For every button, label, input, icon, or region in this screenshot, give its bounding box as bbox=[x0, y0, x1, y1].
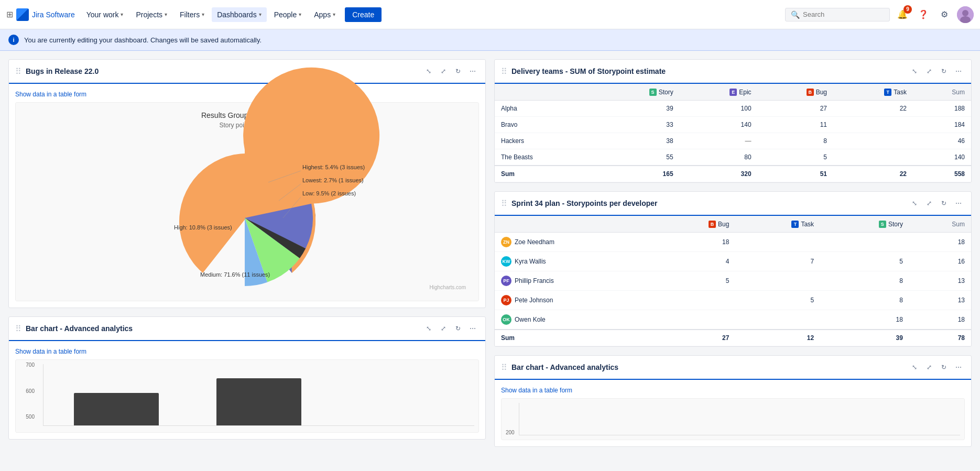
task-sum: 22 bbox=[833, 166, 913, 182]
refresh-button[interactable]: ↻ bbox=[938, 65, 950, 78]
show-table-link[interactable]: Show data in a table form bbox=[15, 91, 86, 98]
expand-button[interactable]: ⤢ bbox=[923, 361, 935, 374]
sum-row: Sum 165 320 51 22 558 bbox=[495, 166, 971, 182]
y-label-600: 600 bbox=[16, 388, 37, 394]
search-input[interactable] bbox=[803, 10, 884, 18]
show-table-link[interactable]: Show data in a table form bbox=[501, 387, 572, 394]
story-val: 39 bbox=[596, 101, 680, 117]
refresh-button[interactable]: ↻ bbox=[938, 197, 950, 210]
sum-val: 188 bbox=[913, 101, 971, 117]
shrink-button[interactable]: ⤡ bbox=[422, 322, 435, 335]
expand-button[interactable]: ⤢ bbox=[437, 65, 450, 78]
user-cell: ZN Zoe Needham bbox=[501, 237, 649, 247]
nav-dashboards[interactable]: Dashboards ▾ bbox=[212, 7, 267, 22]
dev-name: PF Phillip Francis bbox=[495, 271, 655, 291]
bugs-widget-title: Bugs in Release 22.0 bbox=[26, 67, 418, 75]
help-button[interactable]: ❓ bbox=[915, 6, 932, 23]
brand-name: Jira Software bbox=[32, 10, 75, 19]
bar-chart-widget-header: ⠿ Bar chart - Advanced analytics ⤡ ⤢ ↻ ⋯ bbox=[9, 317, 485, 341]
story-val: 8 bbox=[820, 291, 909, 310]
bug-val: 18 bbox=[655, 233, 736, 252]
drag-handle-icon[interactable]: ⠿ bbox=[15, 324, 21, 334]
topnav-right: 🔍 🔔 9 ❓ ⚙ bbox=[785, 6, 974, 23]
expand-button[interactable]: ⤢ bbox=[437, 322, 450, 335]
pie-chart-svg: Highest: 5.4% (3 issues) Lowest: 2.7% (1… bbox=[148, 140, 347, 287]
user-cell: PF Phillip Francis bbox=[501, 276, 649, 286]
bar-1 bbox=[74, 393, 159, 425]
team-name: Bravo bbox=[495, 117, 596, 133]
chevron-down-icon: ▾ bbox=[333, 12, 335, 17]
table-row: The Beasts 55 80 5 140 bbox=[495, 149, 971, 166]
more-button[interactable]: ⋯ bbox=[466, 65, 479, 78]
task-val: 5 bbox=[735, 291, 820, 310]
nav-your-work[interactable]: Your work ▾ bbox=[81, 7, 129, 22]
expand-button[interactable]: ⤢ bbox=[923, 65, 935, 78]
create-button[interactable]: Create bbox=[345, 7, 382, 22]
settings-button[interactable]: ⚙ bbox=[936, 6, 953, 23]
epic-col-header: E Epic bbox=[680, 84, 758, 101]
dev-name: ZN Zoe Needham bbox=[495, 233, 655, 252]
bar-chart-widget-body: Show data in a table form 700 600 500 bbox=[9, 341, 485, 439]
search-icon: 🔍 bbox=[791, 10, 800, 19]
chevron-down-icon: ▾ bbox=[121, 12, 123, 17]
task-val bbox=[833, 133, 913, 149]
notifications-button[interactable]: 🔔 9 bbox=[894, 6, 911, 23]
search-box[interactable]: 🔍 bbox=[785, 8, 890, 21]
expand-button[interactable]: ⤢ bbox=[923, 197, 935, 210]
drag-handle-icon[interactable]: ⠿ bbox=[501, 67, 507, 76]
task-val: 22 bbox=[833, 101, 913, 117]
shrink-button[interactable]: ⤡ bbox=[908, 361, 921, 374]
dev-col-header bbox=[495, 216, 655, 233]
shrink-button[interactable]: ⤡ bbox=[908, 65, 921, 78]
sum-col-header: Sum bbox=[909, 216, 971, 233]
nav-filters[interactable]: Filters ▾ bbox=[175, 7, 210, 22]
drag-handle-icon[interactable]: ⠿ bbox=[501, 199, 507, 209]
sprint-table-header: B Bug T Task bbox=[495, 216, 971, 233]
more-button[interactable]: ⋯ bbox=[952, 65, 965, 78]
bug-val bbox=[655, 310, 736, 330]
info-icon: i bbox=[8, 35, 19, 45]
nav-projects[interactable]: Projects ▾ bbox=[130, 7, 172, 22]
story-icon: S bbox=[879, 221, 886, 228]
bar-chart-widget: ⠿ Bar chart - Advanced analytics ⤡ ⤢ ↻ ⋯… bbox=[8, 316, 486, 440]
sum-val: 16 bbox=[909, 252, 971, 271]
refresh-button[interactable]: ↻ bbox=[452, 65, 464, 78]
story-icon: S bbox=[649, 89, 657, 96]
grid-icon[interactable]: ⊞ bbox=[6, 9, 13, 19]
story-col-header: S Story bbox=[596, 84, 680, 101]
bugs-widget-actions: ⤡ ⤢ ↻ ⋯ bbox=[422, 65, 479, 78]
edit-banner-text: You are currently editing your dashboard… bbox=[24, 36, 262, 44]
sprint-widget-title: Sprint 34 plan - Storypoints per develop… bbox=[511, 199, 904, 207]
more-button[interactable]: ⋯ bbox=[952, 361, 965, 374]
refresh-button[interactable]: ↻ bbox=[938, 361, 950, 374]
shrink-button[interactable]: ⤡ bbox=[422, 65, 435, 78]
sum-label: Sum bbox=[495, 166, 596, 182]
delivery-teams-actions: ⤡ ⤢ ↻ ⋯ bbox=[908, 65, 965, 78]
story-val: 33 bbox=[596, 117, 680, 133]
drag-handle-icon[interactable]: ⠿ bbox=[501, 363, 507, 373]
bug-val: 5 bbox=[758, 149, 833, 166]
delivery-teams-table: S Story E Epic bbox=[495, 84, 971, 182]
right-column: ⠿ Delivery teams - SUM of Storypoint est… bbox=[494, 59, 972, 447]
user-avatar[interactable] bbox=[957, 6, 974, 23]
bar-chart-2-actions: ⤡ ⤢ ↻ ⋯ bbox=[908, 361, 965, 374]
notification-badge: 9 bbox=[903, 5, 912, 14]
user-avatar-kyra: KW bbox=[501, 256, 511, 267]
medium-label: Medium: 71.6% (11 issues) bbox=[200, 271, 270, 278]
shrink-button[interactable]: ⤡ bbox=[908, 197, 921, 210]
y-label-700: 700 bbox=[16, 362, 37, 368]
bug-icon: B bbox=[807, 89, 814, 96]
refresh-button[interactable]: ↻ bbox=[452, 322, 464, 335]
nav-apps[interactable]: Apps ▾ bbox=[309, 7, 341, 22]
more-button[interactable]: ⋯ bbox=[952, 197, 965, 210]
task-val bbox=[833, 117, 913, 133]
highcharts-credit: Highcharts.com bbox=[430, 284, 466, 290]
bug-val: 8 bbox=[758, 133, 833, 149]
more-button[interactable]: ⋯ bbox=[466, 322, 479, 335]
show-table-link[interactable]: Show data in a table form bbox=[15, 348, 86, 355]
logo-area: ⊞ Jira Software bbox=[6, 8, 75, 21]
nav-people[interactable]: People ▾ bbox=[269, 7, 307, 22]
drag-handle-icon[interactable]: ⠿ bbox=[15, 67, 21, 76]
jira-logo-icon bbox=[16, 8, 29, 21]
task-val bbox=[735, 310, 820, 330]
